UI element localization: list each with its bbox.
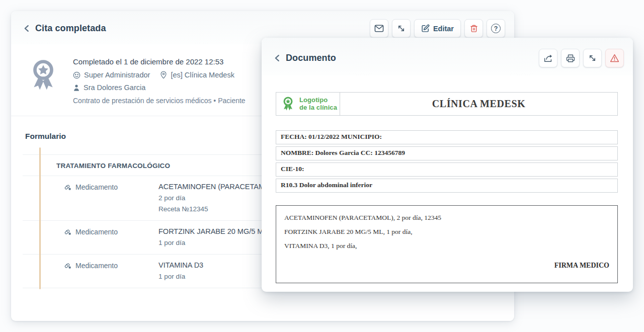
document-field-row: NOMBRE: Dolores Garcia CC: 123456789 [276, 146, 618, 160]
signature-label: FIRMA MEDICO [554, 262, 609, 270]
printer-icon [566, 54, 575, 63]
document-fields: FECHA: 01/12/2022 MUNICIPIO:NOMBRE: Dolo… [276, 130, 618, 193]
warning-triangle-icon [610, 54, 619, 62]
prescription-line: ACETAMINOFEN (PARACETAMOL), 2 por día, 1… [284, 213, 609, 221]
share-button[interactable] [539, 49, 557, 67]
document-preview: Logotipo de la clínica CLÍNICA MEDESK FE… [262, 75, 633, 283]
back-icon[interactable] [23, 25, 30, 32]
document-field-row: FECHA: 01/12/2022 MUNICIPIO: [276, 130, 618, 144]
appointment-toolbar: Editar ? [370, 19, 505, 38]
field-label: Medicamento [64, 227, 158, 246]
clinic-logo-medal-icon [281, 96, 295, 112]
email-button[interactable] [370, 19, 388, 38]
smiley-icon [73, 71, 80, 79]
patient-name: Sra Dolores Garcia [84, 84, 145, 92]
field-label: Medicamento [64, 183, 158, 213]
clinic-name: [es] Clínica Medesk [171, 71, 234, 79]
document-header: Documento [262, 38, 633, 75]
document-title: Documento [286, 53, 336, 63]
document-toolbar [539, 49, 624, 67]
share-icon [543, 54, 553, 62]
document-field-row: R10.3 Dolor abdominal inferior [276, 179, 618, 193]
page-title: Cita completada [35, 23, 106, 34]
page-background: Cita completada Editar [0, 0, 644, 332]
timeline-rule [39, 147, 41, 289]
warning-button[interactable] [605, 49, 624, 67]
clinic-logo: Logotipo de la clínica [276, 93, 340, 115]
location-pin-icon [160, 71, 167, 79]
pills-icon [64, 228, 71, 235]
prescription-line: FORTZINK JARABE 20 MG/5 ML, 1 por día, [284, 227, 609, 235]
trash-icon [470, 24, 478, 33]
prescription-lines: ACETAMINOFEN (PARACETAMOL), 2 por día, 1… [284, 213, 609, 250]
help-button[interactable]: ? [487, 19, 505, 38]
prescription-line: VITAMINA D3, 1 por día, [284, 241, 609, 250]
document-letterhead: Logotipo de la clínica CLÍNICA MEDESK [276, 92, 618, 116]
award-medal-icon [27, 57, 59, 105]
expand-button[interactable] [583, 49, 602, 67]
pills-icon [64, 184, 71, 191]
edit-icon [421, 24, 430, 33]
clinic-logo-label: Logotipo de la clínica [299, 97, 337, 112]
document-field-row: CIE-10: [276, 162, 618, 177]
expand-icon [588, 54, 597, 62]
envelope-icon [374, 25, 384, 32]
edit-button[interactable]: Editar [414, 19, 461, 38]
document-panel: Documento [262, 38, 633, 292]
clinic-name-heading: CLÍNICA MEDESK [340, 93, 617, 115]
edit-button-label: Editar [433, 25, 454, 33]
print-button[interactable] [561, 49, 580, 67]
back-icon[interactable] [274, 54, 280, 62]
pills-icon [64, 262, 71, 269]
contract-line: Contrato de prestación de servicios médi… [73, 96, 246, 105]
delete-button[interactable] [464, 19, 483, 38]
prescription-box: ACETAMINOFEN (PARACETAMOL), 2 por día, 1… [276, 205, 618, 283]
question-icon: ? [491, 24, 501, 33]
field-label: Medicamento [64, 261, 158, 280]
expand-icon [397, 24, 406, 33]
person-icon [73, 84, 80, 92]
administrator-name: Super Administrador [84, 71, 150, 79]
expand-button[interactable] [392, 19, 411, 38]
completed-line: Completado el 1 de diciembre de 2022 12:… [73, 57, 246, 66]
